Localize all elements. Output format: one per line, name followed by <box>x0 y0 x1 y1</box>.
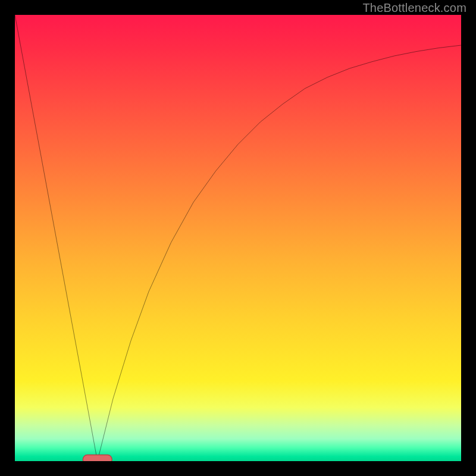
chart-frame: TheBottleneck.com <box>0 0 476 476</box>
plot-area <box>15 15 461 461</box>
watermark-text: TheBottleneck.com <box>362 1 466 15</box>
minimum-marker <box>83 455 112 462</box>
curve-layer <box>15 15 461 461</box>
bottleneck-curve <box>15 15 461 461</box>
